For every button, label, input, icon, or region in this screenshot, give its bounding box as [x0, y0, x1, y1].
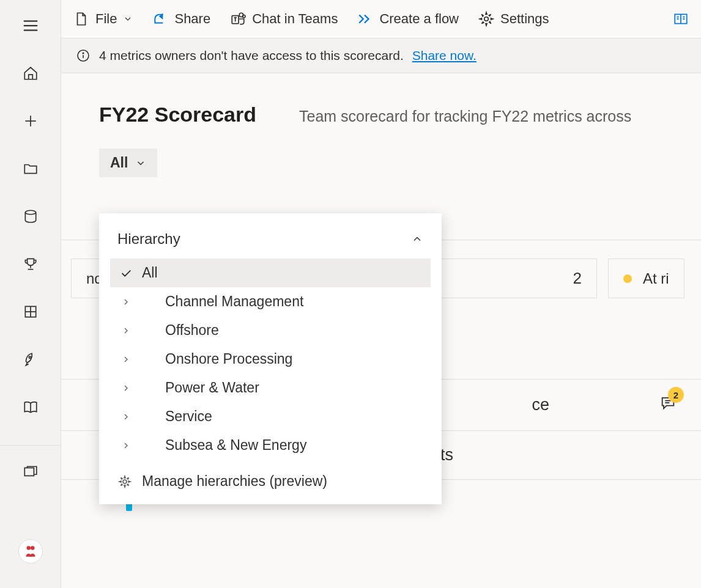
hierarchy-item-power-water[interactable]: Power & Water [110, 373, 431, 402]
toolbar: File Share Chat in Teams Create a flow S… [61, 0, 701, 39]
chevron-right-icon[interactable] [119, 412, 133, 422]
hierarchy-item-label: Channel Management [165, 293, 303, 310]
user-avatar-icon[interactable] [18, 539, 43, 564]
reading-view-button[interactable] [673, 11, 689, 27]
rocket-icon[interactable] [16, 345, 45, 374]
hierarchy-item-label: Subsea & New Energy [165, 437, 306, 454]
book-icon[interactable] [16, 392, 45, 422]
chat-label: Chat in Teams [252, 11, 338, 27]
manage-hierarchies-label: Manage hierarchies (preview) [142, 473, 327, 490]
hierarchy-item-label: Offshore [165, 322, 219, 339]
svg-point-5 [25, 210, 35, 215]
svg-point-28 [83, 53, 84, 54]
flow-label: Create a flow [379, 11, 459, 27]
chevron-down-icon [123, 14, 133, 24]
file-menu[interactable]: File [73, 11, 133, 27]
file-icon [73, 11, 89, 27]
hierarchy-item-channel-management[interactable]: Channel Management [110, 287, 431, 316]
share-button[interactable]: Share [152, 11, 210, 27]
checkmark-icon [119, 266, 133, 280]
svg-point-31 [123, 480, 127, 483]
chevron-down-icon [135, 158, 146, 169]
apps-icon[interactable] [16, 297, 45, 326]
hierarchy-header-label: Hierarchy [117, 230, 180, 248]
svg-rect-13 [24, 468, 34, 476]
workspaces-icon[interactable] [16, 458, 45, 487]
create-flow-button[interactable]: Create a flow [357, 11, 459, 27]
info-bar: 4 metrics owners don't have access to th… [61, 39, 701, 73]
svg-point-11 [29, 356, 31, 358]
metric-name-fragment: ce [532, 395, 549, 414]
file-label: File [95, 11, 117, 27]
chevron-right-icon[interactable] [119, 326, 133, 336]
share-icon [152, 11, 168, 27]
status-card-label-fragment: At ri [643, 270, 669, 287]
svg-point-19 [484, 17, 489, 21]
hierarchy-item-label: Onshore Processing [165, 351, 292, 367]
chat-teams-button[interactable]: Chat in Teams [230, 11, 338, 27]
settings-label: Settings [500, 11, 549, 27]
hamburger-menu-icon[interactable] [16, 11, 45, 40]
hierarchy-item-all[interactable]: All [110, 259, 431, 287]
home-icon[interactable] [16, 59, 45, 88]
chevron-right-icon[interactable] [119, 441, 133, 450]
comments-button[interactable]: 2 [659, 394, 677, 416]
status-dot-icon [623, 274, 632, 283]
share-now-link[interactable]: Share now. [412, 48, 477, 63]
info-message: 4 metrics owners don't have access to th… [99, 48, 404, 63]
comment-count-badge: 2 [668, 387, 684, 403]
scorecard-description: Team scorecard for tracking FY22 metrics… [299, 108, 631, 125]
teams-icon [230, 11, 246, 27]
trophy-icon[interactable] [16, 249, 45, 279]
manage-hierarchies-button[interactable]: Manage hierarchies (preview) [99, 460, 442, 490]
share-label: Share [174, 11, 210, 27]
metric-name-fragment: ts [440, 446, 453, 465]
reading-icon [673, 11, 689, 27]
svg-point-18 [243, 15, 245, 18]
hierarchy-item-label: Service [165, 408, 212, 425]
left-nav-rail [0, 0, 61, 588]
hierarchy-item-subsea-new-energy[interactable]: Subsea & New Energy [110, 431, 431, 460]
hierarchy-item-onshore-processing[interactable]: Onshore Processing [110, 345, 431, 373]
chevron-right-icon[interactable] [119, 383, 133, 393]
status-count: 2 [573, 269, 582, 288]
hierarchy-filter-chip[interactable]: All [99, 149, 157, 177]
chevron-right-icon[interactable] [119, 297, 133, 307]
folder-icon[interactable] [16, 154, 45, 183]
gear-icon [117, 474, 132, 489]
database-icon[interactable] [16, 202, 45, 231]
chevron-up-icon[interactable] [411, 233, 423, 245]
hierarchy-item-label: Power & Water [165, 380, 259, 396]
chevron-right-icon[interactable] [119, 355, 133, 364]
hierarchy-item-offshore[interactable]: Offshore [110, 316, 431, 345]
settings-button[interactable]: Settings [478, 11, 549, 27]
scorecard-title: FY22 Scorecard [99, 103, 256, 127]
plus-icon[interactable] [16, 106, 45, 136]
gear-icon [478, 11, 494, 27]
info-icon [76, 48, 91, 63]
hierarchy-item-label: All [142, 265, 158, 281]
filter-label: All [110, 155, 128, 171]
hierarchy-item-service[interactable]: Service [110, 402, 431, 431]
status-card-atrisk[interactable]: At ri [608, 259, 684, 298]
svg-point-15 [31, 546, 35, 550]
svg-point-14 [26, 546, 31, 550]
hierarchy-dropdown-panel: Hierarchy All Channel Management Offshor… [99, 213, 442, 504]
flow-icon [357, 11, 373, 27]
